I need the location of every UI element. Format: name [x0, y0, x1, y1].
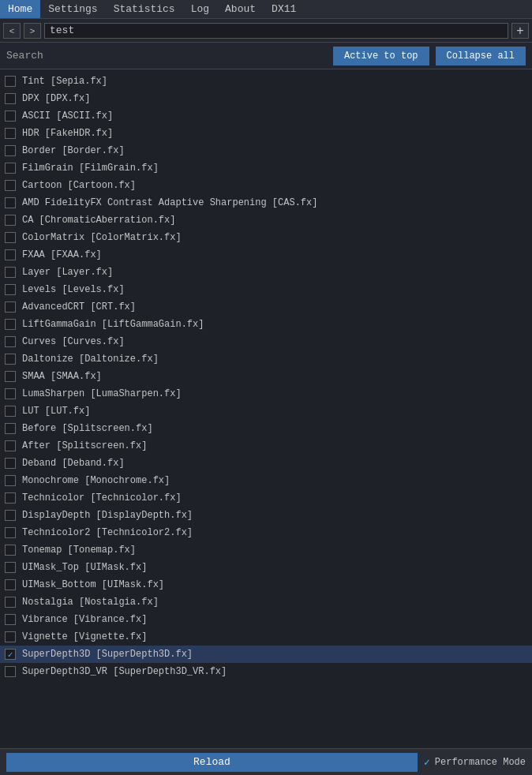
effect-checkbox[interactable] [5, 371, 16, 382]
effect-item[interactable]: DPX [DPX.fx] [0, 90, 532, 107]
effect-item[interactable]: Vignette [Vignette.fx] [0, 628, 532, 646]
effect-name: FXAA [FXAA.fx] [22, 249, 102, 260]
effect-checkbox[interactable] [5, 93, 16, 104]
effect-checkbox[interactable] [5, 110, 16, 122]
effect-name: AdvancedCRT [CRT.fx] [22, 301, 136, 313]
breadcrumb-bar: < > + [0, 19, 532, 43]
effect-checkbox[interactable] [5, 128, 16, 139]
effect-checkbox[interactable] [5, 458, 16, 469]
effect-checkbox[interactable] [5, 527, 16, 538]
effect-checkbox[interactable] [5, 423, 16, 434]
effect-checkbox[interactable] [5, 666, 16, 677]
effect-name: After [Splitscreen.fx] [22, 440, 147, 451]
effect-item[interactable]: Levels [Levels.fx] [0, 281, 532, 298]
effect-item[interactable]: Before [Splitscreen.fx] [0, 420, 532, 437]
effect-item[interactable]: DisplayDepth [DisplayDepth.fx] [0, 507, 532, 524]
effect-checkbox[interactable] [5, 388, 16, 399]
effect-item[interactable]: Border [Border.fx] [0, 142, 532, 159]
effect-item[interactable]: FXAA [FXAA.fx] [0, 246, 532, 264]
effect-checkbox[interactable] [5, 492, 16, 504]
perf-mode-check-icon: ✓ [424, 756, 430, 769]
effect-checkbox[interactable] [5, 249, 16, 260]
effect-item[interactable]: UIMask_Bottom [UIMask.fx] [0, 576, 532, 593]
reload-button[interactable]: Reload [6, 753, 418, 772]
effect-checkbox[interactable] [5, 197, 16, 208]
effect-name: Monochrome [Monochrome.fx] [22, 475, 170, 486]
effect-checkbox[interactable] [5, 232, 16, 243]
effect-checkbox[interactable] [5, 76, 16, 87]
effect-checkbox[interactable] [5, 319, 16, 330]
effect-checkbox[interactable] [5, 284, 16, 295]
effect-item[interactable]: LiftGammaGain [LiftGammaGain.fx] [0, 316, 532, 333]
effect-item[interactable]: Daltonize [Daltonize.fx] [0, 350, 532, 368]
effect-name: Tonemap [Tonemap.fx] [22, 545, 136, 556]
effect-item[interactable]: Tonemap [Tonemap.fx] [0, 541, 532, 559]
effect-list: Tint [Sepia.fx]DPX [DPX.fx]ASCII [ASCII.… [0, 69, 532, 748]
effect-item[interactable]: AdvancedCRT [CRT.fx] [0, 298, 532, 316]
effect-name: UIMask_Bottom [UIMask.fx] [22, 579, 164, 590]
effect-item[interactable]: Curves [Curves.fx] [0, 333, 532, 350]
effect-checkbox[interactable] [5, 180, 16, 191]
effect-item[interactable]: Vibrance [Vibrance.fx] [0, 611, 532, 628]
effect-checkbox[interactable] [5, 614, 16, 625]
effect-item[interactable]: Technicolor [Technicolor.fx] [0, 489, 532, 507]
effect-checkbox[interactable] [5, 354, 16, 365]
effect-item[interactable]: ASCII [ASCII.fx] [0, 107, 532, 125]
menu-item-home[interactable]: Home [0, 0, 40, 18]
menu-bar: HomeSettingsStatisticsLogAboutDX11 [0, 0, 532, 19]
effect-name: SuperDepth3D [SuperDepth3D.fx] [22, 649, 193, 660]
effect-checkbox[interactable] [5, 145, 16, 156]
menu-item-log[interactable]: Log [183, 0, 217, 18]
effect-item[interactable]: AMD FidelityFX Contrast Adaptive Sharpen… [0, 194, 532, 212]
effect-name: LUT [LUT.fx] [22, 406, 90, 417]
forward-button[interactable]: > [24, 23, 41, 39]
effect-item[interactable]: FilmGrain [FilmGrain.fx] [0, 159, 532, 177]
effect-checkbox[interactable]: ✓ [5, 649, 16, 660]
effect-item[interactable]: After [Splitscreen.fx] [0, 437, 532, 455]
menu-item-dx11[interactable]: DX11 [264, 0, 304, 18]
effect-checkbox[interactable] [5, 545, 16, 556]
effect-checkbox[interactable] [5, 631, 16, 642]
back-button[interactable]: < [3, 23, 21, 39]
effect-item[interactable]: Nostalgia [Nostalgia.fx] [0, 593, 532, 611]
effect-checkbox[interactable] [5, 597, 16, 608]
add-preset-button[interactable]: + [511, 23, 529, 39]
collapse-all-button[interactable]: Collapse all [436, 47, 526, 66]
effect-checkbox[interactable] [5, 510, 16, 521]
effect-checkbox[interactable] [5, 475, 16, 486]
effect-checkbox[interactable] [5, 562, 16, 573]
menu-item-statistics[interactable]: Statistics [106, 0, 183, 18]
effect-item[interactable]: HDR [FakeHDR.fx] [0, 125, 532, 142]
effect-checkbox[interactable] [5, 215, 16, 226]
effect-name: DisplayDepth [DisplayDepth.fx] [22, 510, 193, 521]
effect-checkbox[interactable] [5, 301, 16, 313]
effect-checkbox[interactable] [5, 163, 16, 174]
effect-item[interactable]: ColorMatrix [ColorMatrix.fx] [0, 229, 532, 246]
effect-item[interactable]: Technicolor2 [Technicolor2.fx] [0, 524, 532, 541]
effect-item[interactable]: Monochrome [Monochrome.fx] [0, 472, 532, 489]
effect-checkbox[interactable] [5, 336, 16, 347]
effect-checkbox[interactable] [5, 579, 16, 590]
menu-item-about[interactable]: About [217, 0, 264, 18]
effect-checkbox[interactable] [5, 440, 16, 451]
effect-checkbox[interactable] [5, 406, 16, 417]
effect-item[interactable]: Tint [Sepia.fx] [0, 73, 532, 90]
effect-item[interactable]: Deband [Deband.fx] [0, 455, 532, 472]
effect-item[interactable]: Cartoon [Cartoon.fx] [0, 177, 532, 194]
effect-item[interactable]: LUT [LUT.fx] [0, 402, 532, 420]
effect-item[interactable]: SuperDepth3D_VR [SuperDepth3D_VR.fx] [0, 663, 532, 680]
effect-name: Border [Border.fx] [22, 145, 125, 156]
effect-item[interactable]: CA [ChromaticAberration.fx] [0, 212, 532, 229]
active-to-top-button[interactable]: Active to top [333, 47, 429, 66]
effect-item[interactable]: SMAA [SMAA.fx] [0, 368, 532, 385]
effect-item[interactable]: LumaSharpen [LumaSharpen.fx] [0, 385, 532, 402]
effect-checkbox[interactable] [5, 267, 16, 278]
effect-name: UIMask_Top [UIMask.fx] [22, 562, 147, 573]
toolbar: Search Active to top Collapse all [0, 43, 532, 69]
effect-item[interactable]: UIMask_Top [UIMask.fx] [0, 559, 532, 576]
preset-name-input[interactable] [44, 23, 508, 39]
menu-item-settings[interactable]: Settings [40, 0, 105, 18]
effect-name: Nostalgia [Nostalgia.fx] [22, 597, 159, 608]
effect-item[interactable]: ✓SuperDepth3D [SuperDepth3D.fx] [0, 646, 532, 663]
effect-item[interactable]: Layer [Layer.fx] [0, 264, 532, 281]
